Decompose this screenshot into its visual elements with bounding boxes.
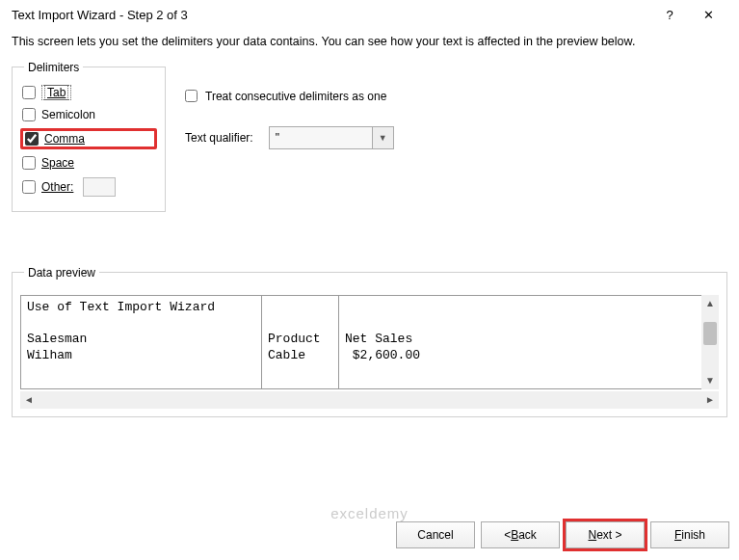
scroll-right-icon[interactable]: ►	[701, 391, 719, 409]
dialog-title: Text Import Wizard - Step 2 of 3	[12, 8, 650, 22]
horizontal-scrollbar[interactable]: ◄ ►	[20, 391, 719, 409]
delimiters-group: Delimiters Tab Semicolon Comma Space Oth…	[12, 61, 166, 212]
finish-button[interactable]: Finish	[650, 521, 729, 548]
cancel-button[interactable]: Cancel	[396, 521, 475, 548]
delimiter-tab-option[interactable]: Tab	[20, 84, 157, 101]
delimiter-semicolon-checkbox[interactable]	[22, 108, 36, 121]
preview-col-3: Net Sales $2,600.00	[339, 296, 718, 388]
text-qualifier-value: "	[270, 131, 372, 145]
treat-consecutive-option[interactable]: Treat consecutive delimiters as one	[185, 90, 727, 103]
text-qualifier-select[interactable]: " ▼	[269, 126, 394, 149]
delimiter-comma-label: Comma	[44, 132, 85, 146]
delimiter-other-option[interactable]: Other:	[20, 176, 157, 198]
text-qualifier-label: Text qualifier:	[185, 131, 253, 145]
delimiters-legend: Delimiters	[24, 61, 83, 74]
hscroll-track[interactable]	[38, 391, 701, 409]
dialog-description: This screen lets you set the delimiters …	[0, 28, 739, 61]
delimiter-options: Treat consecutive delimiters as one Text…	[185, 61, 727, 149]
data-preview-group: Data preview Use of Text Import Wizard S…	[12, 266, 727, 417]
chevron-down-icon[interactable]: ▼	[372, 127, 393, 148]
treat-consecutive-label: Treat consecutive delimiters as one	[205, 90, 386, 103]
delimiter-space-checkbox[interactable]	[22, 156, 36, 170]
delimiter-comma-checkbox[interactable]	[25, 132, 39, 146]
data-preview-legend: Data preview	[24, 266, 99, 280]
scroll-down-icon[interactable]: ▼	[701, 372, 719, 389]
delimiter-other-label: Other:	[41, 180, 73, 194]
vertical-scrollbar[interactable]: ▲ ▼	[701, 295, 719, 389]
delimiter-semicolon-option[interactable]: Semicolon	[20, 107, 157, 122]
delimiter-comma-option[interactable]: Comma	[20, 128, 157, 149]
scroll-up-icon[interactable]: ▲	[701, 295, 719, 312]
scroll-thumb[interactable]	[703, 322, 717, 345]
delimiter-space-option[interactable]: Space	[20, 155, 157, 171]
dialog-titlebar: Text Import Wizard - Step 2 of 3 ? ✕	[0, 0, 739, 28]
close-button[interactable]: ✕	[689, 8, 727, 22]
watermark: exceldemy	[330, 505, 409, 521]
delimiter-other-checkbox[interactable]	[22, 180, 36, 194]
preview-col-2: Product Cable	[262, 296, 339, 388]
dialog-button-row: Cancel < Back Next > Finish	[396, 521, 729, 548]
delimiter-space-label: Space	[41, 156, 74, 170]
scroll-track[interactable]	[701, 312, 719, 372]
scroll-left-icon[interactable]: ◄	[20, 391, 38, 409]
delimiter-tab-checkbox[interactable]	[22, 86, 36, 99]
delimiter-semicolon-label: Semicolon	[41, 108, 95, 121]
help-button[interactable]: ?	[650, 8, 689, 22]
next-button[interactable]: Next >	[566, 521, 645, 548]
treat-consecutive-checkbox[interactable]	[185, 90, 198, 102]
preview-col-1: Use of Text Import Wizard Salesman Wilha…	[21, 296, 262, 388]
data-preview-grid: Use of Text Import Wizard Salesman Wilha…	[20, 295, 719, 389]
delimiter-tab-label: Tab	[44, 85, 68, 100]
delimiter-other-input[interactable]	[83, 177, 116, 197]
back-button[interactable]: < Back	[481, 521, 560, 548]
